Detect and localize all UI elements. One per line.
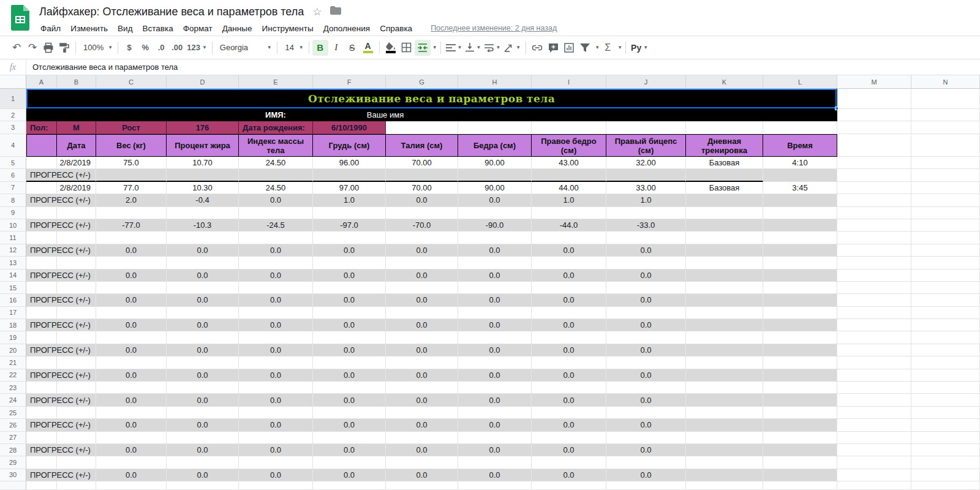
cell-B11[interactable] — [57, 232, 96, 244]
cell-I13[interactable] — [532, 257, 606, 269]
cell-F15[interactable] — [313, 282, 386, 294]
menu-item-7[interactable]: Дополнения — [318, 23, 375, 34]
cell-G13[interactable] — [386, 257, 458, 269]
cell-D19[interactable] — [167, 331, 239, 344]
cell-D27[interactable] — [167, 432, 239, 444]
cell-G9[interactable] — [386, 207, 458, 219]
cell-B9[interactable] — [57, 207, 96, 219]
cell-D8[interactable]: -0.4 — [167, 194, 239, 206]
cell-H29[interactable] — [458, 456, 532, 469]
cell-G21[interactable] — [386, 356, 458, 369]
row-header-7[interactable]: 7 — [0, 182, 26, 194]
cell-B7[interactable]: 2/8/2019 — [57, 182, 96, 194]
cell-D26[interactable]: 0.0 — [167, 419, 239, 431]
column-header-J[interactable]: J — [606, 75, 686, 88]
menu-item-6[interactable]: Инструменты — [257, 23, 318, 34]
cell-A23[interactable] — [26, 382, 57, 394]
cell-A9[interactable] — [26, 207, 57, 219]
cell-C23[interactable] — [96, 382, 167, 394]
cell-I31[interactable] — [532, 481, 606, 490]
cell-L11[interactable] — [763, 232, 837, 244]
cell-J22[interactable]: 0.0 — [606, 369, 686, 382]
cell-G7[interactable]: 70.00 — [386, 182, 458, 194]
cell-E29[interactable] — [239, 456, 313, 469]
cell-G10[interactable]: -70.0 — [386, 219, 458, 232]
cell-C25[interactable] — [96, 407, 167, 419]
row-header-16[interactable]: 16 — [0, 294, 26, 306]
cell-K18[interactable] — [686, 319, 763, 331]
cell-C26[interactable]: 0.0 — [96, 419, 167, 431]
column-header-M[interactable]: M — [837, 75, 911, 88]
cell-F23[interactable] — [313, 382, 386, 394]
cell-E9[interactable] — [239, 207, 313, 219]
star-icon[interactable]: ☆ — [312, 6, 322, 18]
sheets-logo[interactable] — [11, 5, 29, 31]
cell-G23[interactable] — [386, 382, 458, 394]
cell-C12[interactable]: 0.0 — [96, 244, 167, 257]
cell-K28[interactable] — [686, 444, 763, 456]
cell-G22[interactable]: 0.0 — [386, 369, 458, 382]
row-header-26[interactable]: 26 — [0, 419, 26, 431]
cell-J4[interactable]: Правый бицепс (см) — [606, 134, 686, 157]
cell-D22[interactable]: 0.0 — [167, 369, 239, 382]
cell-B21[interactable] — [57, 356, 96, 369]
cell-K11[interactable] — [686, 232, 763, 244]
cell-E16[interactable]: 0.0 — [239, 294, 313, 306]
cell-A17[interactable] — [26, 307, 57, 319]
cell-K12[interactable] — [686, 244, 763, 257]
row-header-14[interactable]: 14 — [0, 270, 26, 282]
cell-J10[interactable]: -33.0 — [606, 219, 686, 232]
cell-I3[interactable] — [532, 121, 606, 134]
cell-K19[interactable] — [686, 331, 763, 344]
cell-M19[interactable] — [837, 331, 911, 344]
cell-H24[interactable]: 0.0 — [458, 394, 532, 406]
cell-L7[interactable]: 3:45 — [763, 182, 837, 194]
cell-F27[interactable] — [313, 432, 386, 444]
borders-button[interactable] — [399, 40, 415, 56]
cell-G3[interactable] — [386, 121, 458, 134]
cell-C18[interactable]: 0.0 — [96, 319, 167, 331]
column-header-L[interactable]: L — [763, 75, 837, 88]
cell-M13[interactable] — [837, 257, 911, 269]
cell-K25[interactable] — [686, 407, 763, 419]
cell-G19[interactable] — [386, 331, 458, 344]
cell-H26[interactable]: 0.0 — [458, 419, 532, 431]
cell-M12[interactable] — [837, 244, 911, 257]
cell-G26[interactable]: 0.0 — [386, 419, 458, 431]
cell-E28[interactable]: 0.0 — [239, 444, 313, 456]
menu-item-8[interactable]: Справка — [375, 23, 417, 34]
cell-L22[interactable] — [763, 369, 837, 382]
cell-J3[interactable] — [606, 121, 686, 134]
cell-B5[interactable]: 2/8/2019 — [57, 157, 96, 169]
cell-M10[interactable] — [837, 219, 911, 232]
cell-L19[interactable] — [763, 331, 837, 344]
cell-N2[interactable] — [911, 109, 980, 121]
column-header-G[interactable]: G — [386, 75, 458, 88]
cell-H17[interactable] — [458, 307, 532, 319]
cell-L12[interactable] — [763, 244, 837, 257]
cell-A4[interactable] — [26, 134, 57, 157]
cell-K27[interactable] — [686, 432, 763, 444]
cell-A12[interactable]: ПРОГРЕСС (+/-) — [26, 244, 96, 257]
cell-H18[interactable]: 0.0 — [458, 319, 532, 331]
strikethrough-button[interactable]: S — [344, 40, 360, 56]
cell-F14[interactable]: 0.0 — [313, 270, 386, 282]
cell-A31[interactable] — [26, 481, 57, 490]
column-header-I[interactable]: I — [532, 75, 606, 88]
cell-K23[interactable] — [686, 382, 763, 394]
cell-L13[interactable] — [763, 257, 837, 269]
input-tools-button[interactable]: Ру▼ — [629, 40, 650, 56]
cell-J15[interactable] — [606, 282, 686, 294]
cell-N1[interactable] — [911, 89, 980, 109]
cell-C4[interactable]: Вес (кг) — [96, 134, 167, 157]
cell-E21[interactable] — [239, 356, 313, 369]
cell-C29[interactable] — [96, 456, 167, 469]
number-format-button[interactable]: 123▼ — [185, 40, 209, 56]
cell-K30[interactable] — [686, 469, 763, 481]
cell-N24[interactable] — [911, 394, 980, 406]
row-header-25[interactable]: 25 — [0, 407, 26, 419]
cell-I9[interactable] — [532, 207, 606, 219]
cell-M16[interactable] — [837, 294, 911, 306]
cell-A20[interactable]: ПРОГРЕСС (+/-) — [26, 344, 96, 356]
functions-dropdown[interactable]: ▼ — [617, 45, 622, 50]
